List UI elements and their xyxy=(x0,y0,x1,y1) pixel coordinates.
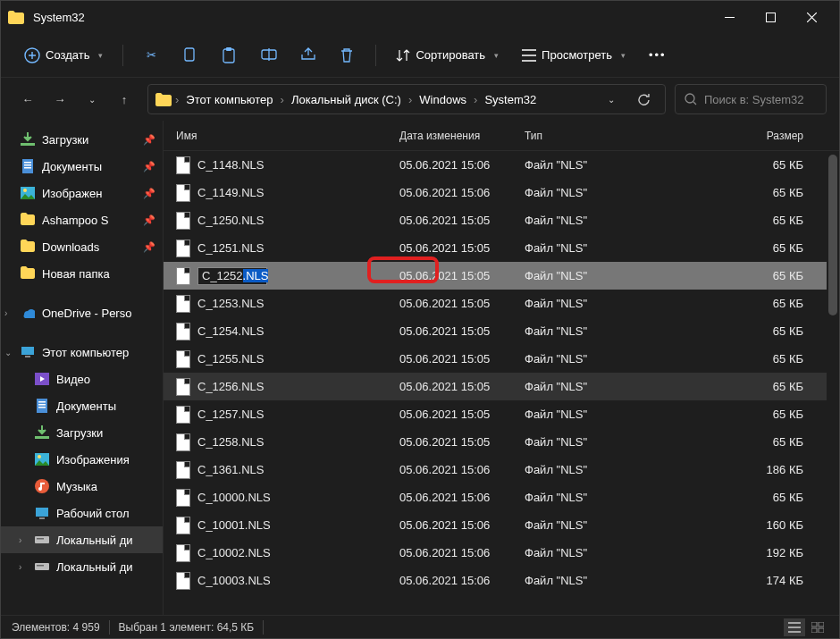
file-row[interactable]: C_1254.NLS05.06.2021 15:05Файл "NLS"65 К… xyxy=(164,317,839,345)
trash-icon xyxy=(340,47,356,63)
file-type: Файл "NLS" xyxy=(525,241,641,255)
crumb[interactable]: Локальный диск (C:) xyxy=(288,93,405,106)
close-button[interactable] xyxy=(791,3,832,31)
svg-rect-28 xyxy=(35,536,49,543)
sidebar-onedrive[interactable]: ›OneDrive - Perso xyxy=(1,299,163,326)
share-button[interactable] xyxy=(291,40,325,71)
file-row[interactable]: C_10001.NLS05.06.2021 15:06Файл "NLS"160… xyxy=(164,511,839,539)
thumbnails-view-button[interactable] xyxy=(807,618,828,636)
sidebar-item[interactable]: Рабочий стол xyxy=(1,500,163,526)
sidebar-item[interactable]: Музыка xyxy=(1,473,163,500)
file-row[interactable]: C_1250.NLS05.06.2021 15:05Файл "NLS"65 К… xyxy=(164,206,839,234)
cut-button[interactable]: ✂ xyxy=(134,40,168,71)
file-row[interactable]: C_1149.NLS05.06.2021 15:06Файл "NLS"65 К… xyxy=(164,179,839,206)
back-button[interactable]: ← xyxy=(13,85,42,114)
column-type[interactable]: Тип xyxy=(525,130,641,142)
more-button[interactable]: ••• xyxy=(640,40,676,71)
sidebar-item[interactable]: ›Локальный ди xyxy=(1,526,163,553)
crumb[interactable]: System32 xyxy=(481,93,540,106)
file-row[interactable]: C_1255.NLS05.06.2021 15:05Файл "NLS"65 К… xyxy=(164,345,839,373)
sort-button[interactable]: Сортировать▾ xyxy=(387,40,508,71)
file-row[interactable]: C_1148.NLS05.06.2021 15:06Файл "NLS"65 К… xyxy=(164,151,839,179)
minimize-button[interactable] xyxy=(709,3,750,31)
search-input[interactable]: Поиск в: System32 xyxy=(675,84,827,114)
sidebar-item[interactable]: Изображен📌 xyxy=(1,180,163,206)
maximize-button[interactable] xyxy=(750,3,791,31)
file-date: 05.06.2021 15:06 xyxy=(399,574,525,587)
paste-button[interactable] xyxy=(213,40,247,71)
file-icon xyxy=(176,212,190,230)
statusbar: Элементов: 4 959 Выбран 1 элемент: 64,5 … xyxy=(1,615,839,638)
file-row[interactable]: C_1256.NLS05.06.2021 15:05Файл "NLS"65 К… xyxy=(164,373,839,400)
file-name: C_1253.NLS xyxy=(197,297,264,310)
sidebar-item[interactable]: Видео xyxy=(1,366,163,392)
refresh-button[interactable] xyxy=(629,85,658,114)
file-row[interactable]: C_1252.NLS05.06.2021 15:05Файл "NLS"65 К… xyxy=(164,262,839,290)
file-date: 05.06.2021 15:06 xyxy=(399,158,525,172)
column-size[interactable]: Размер xyxy=(641,130,839,142)
file-name: C_1250.NLS xyxy=(197,214,264,227)
column-date[interactable]: Дата изменения xyxy=(399,130,525,142)
file-icon xyxy=(176,323,190,341)
sidebar-item[interactable]: ›Локальный ди xyxy=(1,553,163,580)
sidebar-item[interactable]: Изображения xyxy=(1,446,163,473)
column-name[interactable]: Имя xyxy=(176,130,399,142)
sidebar-item[interactable]: Загрузки xyxy=(1,419,163,446)
file-row[interactable]: C_10002.NLS05.06.2021 15:06Файл "NLS"192… xyxy=(164,539,839,567)
copy-button[interactable] xyxy=(173,40,207,71)
clipboard-icon xyxy=(222,47,238,63)
rename-button[interactable] xyxy=(252,40,286,71)
sidebar-item[interactable]: Ashampoo S📌 xyxy=(1,206,163,233)
toolbar: Создать▾ ✂ Сортировать▾ Просмотреть▾ ••• xyxy=(1,33,839,78)
details-view-button[interactable] xyxy=(784,618,805,636)
file-row[interactable]: C_10003.NLS05.06.2021 15:06Файл "NLS"174… xyxy=(164,567,839,594)
folder-icon xyxy=(8,11,24,24)
rename-input[interactable]: C_1252.NLS xyxy=(197,267,267,285)
sidebar-item[interactable]: Загрузки📌 xyxy=(1,126,163,153)
crumb[interactable]: Этот компьютер xyxy=(182,93,276,106)
file-name: C_10000.NLS xyxy=(197,491,271,504)
delete-button[interactable] xyxy=(331,40,365,71)
chevron-down-icon: ▾ xyxy=(621,51,626,60)
sidebar-item[interactable]: Downloads📌 xyxy=(1,233,163,260)
chevron-down-icon: ▾ xyxy=(98,51,103,60)
file-date: 05.06.2021 15:05 xyxy=(399,241,525,255)
new-button[interactable]: Создать▾ xyxy=(15,40,112,71)
grid-icon xyxy=(811,622,824,633)
svg-rect-11 xyxy=(24,164,31,166)
file-row[interactable]: C_1258.NLS05.06.2021 15:05Файл "NLS"65 К… xyxy=(164,428,839,456)
file-list: Имя Дата изменения Тип Размер C_1148.NLS… xyxy=(164,121,839,615)
forward-button[interactable]: → xyxy=(46,85,74,114)
file-row[interactable]: C_1257.NLS05.06.2021 15:05Файл "NLS"65 К… xyxy=(164,400,839,428)
scrollbar[interactable] xyxy=(827,151,839,615)
sidebar-item[interactable]: Документы📌 xyxy=(1,153,163,180)
sidebar-item[interactable]: Новая папка xyxy=(1,260,163,287)
file-type: Файл "NLS" xyxy=(525,352,641,366)
up-button[interactable]: ↑ xyxy=(110,85,139,114)
scrollbar-thumb[interactable] xyxy=(828,155,837,315)
file-type: Файл "NLS" xyxy=(525,463,641,476)
copy-icon xyxy=(182,47,198,63)
share-icon xyxy=(300,47,316,63)
file-row[interactable]: C_10000.NLS05.06.2021 15:06Файл "NLS"65 … xyxy=(164,483,839,511)
file-date: 05.06.2021 15:05 xyxy=(399,380,525,393)
file-name: C_10003.NLS xyxy=(197,574,271,587)
history-dropdown[interactable]: ⌄ xyxy=(597,85,626,114)
sidebar: Загрузки📌Документы📌Изображен📌Ashampoo S📌… xyxy=(1,121,164,615)
view-button[interactable]: Просмотреть▾ xyxy=(513,40,634,71)
file-date: 05.06.2021 15:05 xyxy=(399,435,525,449)
svg-rect-9 xyxy=(22,159,33,173)
file-name: C_1257.NLS xyxy=(197,408,264,421)
sidebar-item[interactable]: Документы xyxy=(1,392,163,419)
breadcrumb[interactable]: › Этот компьютер› Локальный диск (C:)› W… xyxy=(147,84,666,114)
file-icon xyxy=(176,461,190,479)
file-type: Файл "NLS" xyxy=(525,574,641,587)
file-row[interactable]: C_1253.NLS05.06.2021 15:05Файл "NLS"65 К… xyxy=(164,290,839,317)
file-date: 05.06.2021 15:05 xyxy=(399,214,525,227)
chevron-down-icon: ⌄ xyxy=(4,348,12,357)
file-row[interactable]: C_1361.NLS05.06.2021 15:06Файл "NLS"186 … xyxy=(164,456,839,483)
recent-button[interactable]: ⌄ xyxy=(78,85,106,114)
file-row[interactable]: C_1251.NLS05.06.2021 15:05Файл "NLS"65 К… xyxy=(164,234,839,262)
crumb[interactable]: Windows xyxy=(416,93,470,106)
sidebar-thispc[interactable]: ⌄Этот компьютер xyxy=(1,339,163,366)
